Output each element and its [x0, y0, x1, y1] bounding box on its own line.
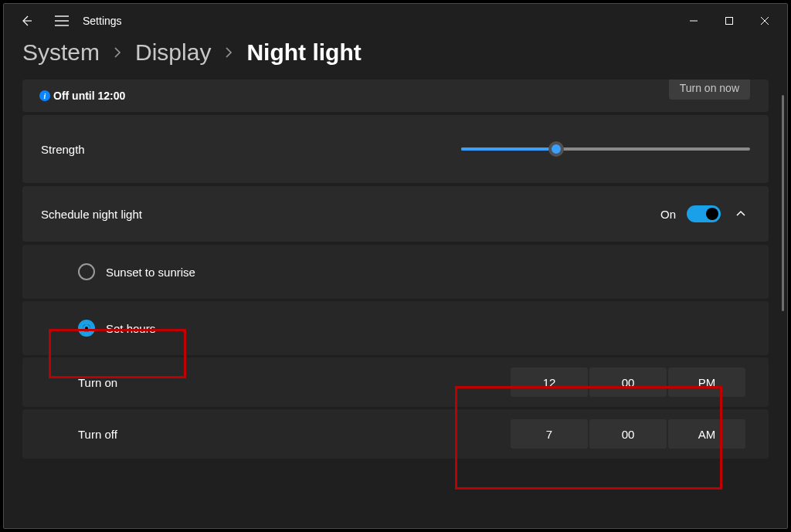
svg-rect-4 [726, 18, 733, 25]
turn-off-minute[interactable]: 00 [589, 419, 667, 449]
hamburger-menu-icon[interactable] [44, 4, 80, 38]
turn-on-label: Turn on [78, 376, 117, 389]
radio-sethours[interactable] [78, 320, 95, 337]
chevron-up-icon[interactable] [732, 210, 750, 218]
radio-sunset[interactable] [78, 263, 95, 280]
schedule-toggle[interactable] [687, 205, 721, 222]
radio-sunset-label: Sunset to sunrise [106, 266, 195, 279]
strength-card: Strength [22, 115, 769, 183]
status-card: i Off until 12:00 Turn on now [22, 80, 769, 112]
chevron-right-icon [225, 46, 233, 59]
turn-on-now-button[interactable]: Turn on now [669, 80, 750, 100]
turn-off-ampm[interactable]: AM [668, 419, 745, 449]
close-button[interactable] [747, 7, 783, 35]
maximize-button[interactable] [711, 7, 747, 35]
slider-thumb[interactable] [548, 141, 564, 157]
turn-off-label: Turn off [78, 428, 117, 441]
breadcrumb-display[interactable]: Display [135, 39, 211, 66]
radio-sunset-row[interactable]: Sunset to sunrise [22, 245, 769, 299]
schedule-state-text: On [660, 208, 676, 221]
turn-off-row: Turn off 7 00 AM [22, 409, 769, 459]
breadcrumb-system[interactable]: System [22, 39, 100, 66]
titlebar: Settings [4, 4, 787, 38]
status-text: Off until 12:00 [53, 90, 125, 102]
turn-on-minute[interactable]: 00 [589, 368, 667, 397]
chevron-right-icon [114, 46, 121, 59]
breadcrumb-nightlight: Night light [246, 39, 361, 66]
turn-on-row: Turn on 12 00 PM [22, 357, 769, 407]
schedule-card[interactable]: Schedule night light On [22, 186, 769, 242]
turn-on-hour[interactable]: 12 [511, 368, 588, 397]
back-button[interactable] [8, 4, 44, 38]
turn-on-ampm[interactable]: PM [668, 368, 745, 397]
info-icon: i [39, 90, 50, 101]
minimize-button[interactable] [676, 7, 711, 35]
radio-sethours-label: Set hours [106, 322, 155, 335]
radio-sethours-row[interactable]: Set hours [22, 301, 769, 355]
turn-off-hour[interactable]: 7 [511, 419, 588, 449]
app-title: Settings [83, 15, 122, 27]
schedule-label: Schedule night light [41, 208, 142, 221]
scrollbar[interactable] [782, 95, 784, 311]
settings-window: Settings System Display Night light i [3, 3, 788, 529]
strength-slider[interactable] [461, 141, 750, 157]
content-area: i Off until 12:00 Turn on now Strength S… [4, 80, 787, 528]
strength-label: Strength [41, 143, 85, 156]
breadcrumb: System Display Night light [4, 38, 787, 80]
